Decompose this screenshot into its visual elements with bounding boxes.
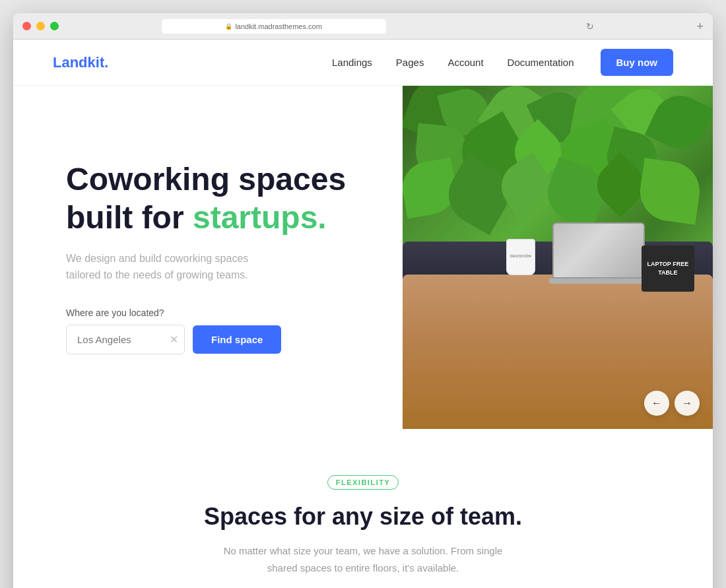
fullscreen-traffic-light[interactable] xyxy=(50,22,59,30)
sign-text: LAPTOP FREE TABLE xyxy=(645,260,690,278)
cup-body: DEVOCIÓN xyxy=(506,239,535,275)
hero-subtitle: We design and build coworking spaces tai… xyxy=(66,250,264,284)
find-space-button[interactable]: Find space xyxy=(193,325,281,354)
navbar: Landkit. Landings Pages Account Document… xyxy=(13,40,713,86)
location-input-wrap: ✕ xyxy=(66,325,185,354)
laptop-base xyxy=(549,278,648,284)
lock-icon: 🔒 xyxy=(225,23,232,30)
location-label: Where are you located? xyxy=(66,308,363,318)
prev-arrow-button[interactable]: ← xyxy=(644,391,669,416)
minimize-traffic-light[interactable] xyxy=(36,22,45,30)
section-title: Spaces for any size of team. xyxy=(53,503,673,531)
coffee-cup-prop: DEVOCIÓN xyxy=(506,239,539,285)
hero-background: DEVOCIÓN LAPTOP FREE TABLE xyxy=(403,86,713,429)
clear-input-button[interactable]: ✕ xyxy=(170,333,178,346)
address-bar: 🔒 landkit.madrasthemes.com xyxy=(162,19,386,34)
features-section: FLEXIBILITY Spaces for any size of team.… xyxy=(13,429,713,588)
laptop-screen xyxy=(552,222,645,278)
refresh-button[interactable]: ↻ xyxy=(586,21,594,32)
nav-link-landings[interactable]: Landings xyxy=(332,57,372,68)
brand-logo[interactable]: Landkit. xyxy=(53,54,108,71)
carousel-arrows: ← → xyxy=(644,391,700,416)
next-arrow-button[interactable]: → xyxy=(675,391,700,416)
new-tab-button[interactable]: + xyxy=(696,20,704,32)
nav-link-pages[interactable]: Pages xyxy=(396,57,424,68)
url-text: landkit.madrasthemes.com xyxy=(235,22,321,30)
section-description: No matter what size your team, we have a… xyxy=(218,542,508,576)
browser-window: 🔒 landkit.madrasthemes.com ↻ + Landkit. … xyxy=(13,13,713,588)
laptop-free-sign: LAPTOP FREE TABLE xyxy=(642,245,694,292)
section-tag: FLEXIBILITY xyxy=(327,475,399,490)
nav-item-documentation[interactable]: Documentation xyxy=(508,57,574,69)
nav-links: Landings Pages Account Documentation xyxy=(332,57,574,69)
nav-item-pages[interactable]: Pages xyxy=(396,57,424,69)
hero-section: Coworking spaces built for startups. We … xyxy=(13,86,713,429)
hero-content: Coworking spaces built for startups. We … xyxy=(13,86,403,429)
buy-now-button[interactable]: Buy now xyxy=(601,49,674,76)
hero-title: Coworking spaces built for startups. xyxy=(66,160,363,236)
page-content: Landkit. Landings Pages Account Document… xyxy=(13,40,713,588)
nav-item-landings[interactable]: Landings xyxy=(332,57,372,69)
nav-link-documentation[interactable]: Documentation xyxy=(508,57,574,68)
browser-chrome: 🔒 landkit.madrasthemes.com ↻ + xyxy=(13,13,713,40)
nav-link-account[interactable]: Account xyxy=(447,57,483,68)
nav-item-account[interactable]: Account xyxy=(447,57,483,69)
hero-image-panel: DEVOCIÓN LAPTOP FREE TABLE xyxy=(403,86,713,429)
cup-label: DEVOCIÓN xyxy=(510,254,531,259)
search-row: ✕ Find space xyxy=(66,325,363,354)
close-traffic-light[interactable] xyxy=(22,22,31,30)
location-input[interactable] xyxy=(66,325,185,354)
laptop-prop xyxy=(552,222,645,285)
